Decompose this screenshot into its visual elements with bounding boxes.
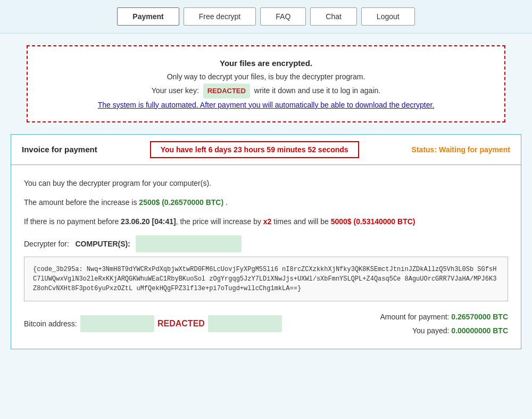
you-payed-row: You payed: 0.00000000 BTC — [380, 324, 508, 338]
payment-info: Amount for payment: 0.26570000 BTC You p… — [380, 310, 508, 338]
btc-addr-redacted-right: ████████ — [208, 315, 282, 332]
warning-line2: Your user key: REDACTED write it down an… — [44, 84, 488, 98]
bitcoin-row: Bitcoin address: ████████ REDACTED █████… — [24, 310, 508, 338]
body-line2: The amount before the increase is 2500$ … — [24, 195, 508, 210]
status-value: Waiting for payment — [439, 145, 510, 154]
warning-line3: The system is fully automated. After pay… — [44, 98, 488, 112]
computer-label — [71, 240, 73, 248]
status-label: Status: — [412, 145, 437, 154]
nav-logout-button[interactable]: Logout — [361, 7, 415, 26]
user-key-redacted: REDACTED — [203, 84, 250, 98]
increased-price: 5000$ — [331, 217, 352, 226]
multiplier: x2 — [263, 217, 272, 226]
increased-btc-val: (0.53140000 BTC) — [354, 217, 415, 226]
warning-line2-post: write it down and use it to log in again… — [254, 86, 380, 95]
deadline-date: 23.06.20 [04:41] — [121, 217, 176, 226]
decrypter-line: Decrypter for: COMPUTER(S): ████████████ — [24, 235, 508, 252]
invoice-header: Invoice for payment You have left 6 days… — [11, 135, 521, 165]
btc-addr-redacted-text: REDACTED — [157, 315, 205, 332]
warning-line1: Only way to decrypt your files, is buy t… — [44, 70, 488, 84]
warning-box: Your files are encrypted. Only way to de… — [27, 45, 505, 122]
amount-for-payment-label: Amount for payment: — [380, 313, 450, 321]
btc-addr-redacted-left: ████████ — [80, 315, 154, 332]
computer-label-text: COMPUTER(S): — [75, 240, 130, 248]
nav-free-decrypt-button[interactable]: Free decrypt — [184, 7, 256, 26]
bitcoin-address-section: Bitcoin address: ████████ REDACTED █████… — [24, 315, 282, 332]
amount-value: 2500$ — [139, 198, 160, 207]
timer-box: You have left 6 days 23 hours 59 minutes… — [150, 141, 359, 158]
you-payed-label: You payed: — [412, 326, 450, 335]
code-block: {code_3b295a: Nwq+3NmH8T9dYWCRxPdXqbjwXt… — [24, 257, 508, 301]
payed-btc: 0.00000000 BTC — [451, 326, 508, 335]
invoice-box: Invoice for payment You have left 6 days… — [11, 134, 521, 349]
btc-display: (0.26570000 BTC) — [162, 198, 223, 207]
amount-btc: 0.26570000 BTC — [451, 313, 508, 321]
top-navigation: Payment Free decrypt FAQ Chat Logout — [0, 0, 532, 34]
body-line3: If there is no payment before 23.06.20 [… — [24, 214, 508, 229]
bitcoin-label: Bitcoin address: — [24, 316, 77, 331]
body-line1: You can buy the decrypter program for yo… — [24, 176, 508, 191]
nav-faq-button[interactable]: FAQ — [260, 7, 306, 26]
amount-for-payment-row: Amount for payment: 0.26570000 BTC — [380, 310, 508, 324]
invoice-title: Invoice for payment — [22, 145, 97, 154]
nav-payment-button[interactable]: Payment — [117, 7, 179, 26]
invoice-body: You can buy the decrypter program for yo… — [11, 165, 521, 349]
nav-chat-button[interactable]: Chat — [310, 7, 357, 26]
warning-line2-pre: Your user key: — [152, 86, 199, 95]
invoice-status: Status: Waiting for payment — [412, 145, 510, 154]
warning-title: Your files are encrypted. — [44, 56, 488, 70]
computers-redacted: ████████████ — [136, 235, 242, 252]
